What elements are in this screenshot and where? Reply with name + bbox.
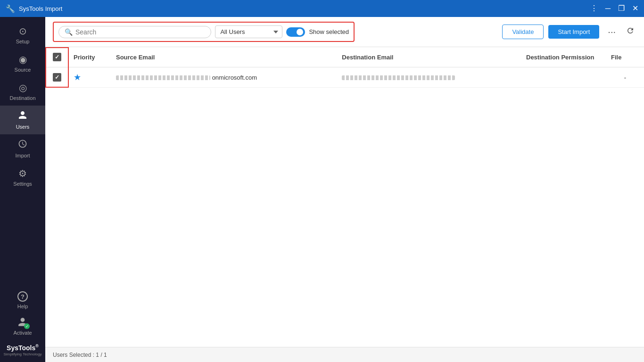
header-dest-permission: Destination Permission — [521, 47, 606, 67]
sidebar-label-source: Source — [15, 67, 31, 73]
search-input[interactable] — [75, 28, 205, 36]
sidebar-item-import[interactable]: Import — [0, 134, 45, 163]
row-file-cell: - — [606, 67, 644, 88]
dest-email-blurred — [342, 75, 455, 80]
refresh-button[interactable] — [624, 25, 636, 39]
sidebar-item-help[interactable]: ? Help — [0, 288, 45, 313]
source-email-domain: onmicrosoft.com — [212, 74, 257, 81]
title-bar-controls: ⋮ ─ ❐ ✕ — [590, 5, 638, 12]
activate-icon-wrap: ✓ — [17, 317, 28, 328]
import-icon — [18, 139, 27, 151]
priority-star-icon[interactable]: ★ — [74, 73, 81, 82]
toolbar: 🔍 All Users Selected Users Unselected Us… — [45, 17, 644, 47]
start-import-button[interactable]: Start Import — [548, 25, 599, 39]
header-dest-email: Destination Email — [337, 47, 521, 67]
setup-icon: ⊙ — [19, 25, 27, 37]
sidebar-label-activate: Activate — [13, 330, 32, 336]
show-selected-toggle-wrap: Show selected — [286, 27, 349, 37]
sidebar-label-settings: Settings — [13, 181, 32, 187]
search-icon: 🔍 — [65, 28, 73, 36]
header-file: File — [606, 47, 644, 67]
header-checkbox-wrap — [50, 53, 64, 61]
minimize-button[interactable]: ─ — [605, 5, 611, 12]
source-email-blurred — [116, 75, 210, 80]
sidebar-label-setup: Setup — [16, 39, 30, 44]
app-body: ⊙ Setup ◉ Source ◎ Destination Users Imp… — [0, 17, 644, 362]
title-bar-left: 🔧 SysTools Import — [6, 4, 62, 13]
table-header: Priority Source Email Destination Email … — [45, 47, 644, 67]
users-icon — [18, 110, 27, 122]
brand-logo: SysTools® Simplifying Technology — [3, 339, 41, 358]
show-selected-toggle[interactable] — [286, 27, 305, 37]
validate-button[interactable]: Validate — [502, 25, 544, 39]
sidebar-label-import: Import — [15, 153, 30, 158]
app-title: SysTools Import — [19, 5, 62, 12]
toolbar-search-section: 🔍 All Users Selected Users Unselected Us… — [53, 22, 355, 42]
brand-tagline: Simplifying Technology — [3, 352, 41, 356]
row-dest-permission-cell — [521, 67, 606, 88]
close-button[interactable]: ✕ — [632, 5, 638, 12]
table-body: ★ onmicrosoft.com - — [45, 67, 644, 88]
table-row: ★ onmicrosoft.com - — [45, 67, 644, 88]
main-content: 🔍 All Users Selected Users Unselected Us… — [45, 17, 644, 362]
sidebar-item-users[interactable]: Users — [0, 106, 45, 134]
source-icon: ◉ — [19, 54, 27, 65]
menu-button[interactable]: ⋮ — [590, 5, 598, 12]
table-container: Priority Source Email Destination Email … — [45, 47, 644, 88]
table-area: Priority Source Email Destination Email … — [45, 47, 644, 347]
sidebar-label-users: Users — [16, 124, 30, 130]
sidebar-item-setup[interactable]: ⊙ Setup — [0, 21, 45, 49]
sidebar-label-help: Help — [17, 304, 28, 309]
sidebar-item-source[interactable]: ◉ Source — [0, 49, 45, 77]
row-checkbox-wrap — [50, 73, 64, 82]
row-priority-cell: ★ — [69, 67, 111, 88]
sidebar-item-settings[interactable]: ⚙ Settings — [0, 163, 45, 191]
show-selected-label: Show selected — [309, 28, 349, 35]
row-dest-email-cell — [337, 67, 521, 88]
sidebar: ⊙ Setup ◉ Source ◎ Destination Users Imp… — [0, 17, 45, 362]
select-all-checkbox[interactable] — [53, 53, 61, 61]
header-checkbox-col — [45, 47, 69, 67]
filter-select[interactable]: All Users Selected Users Unselected User… — [215, 25, 282, 38]
toggle-slider — [286, 27, 305, 37]
users-selected-status: Users Selected : 1 / 1 — [53, 352, 107, 358]
status-bar: Users Selected : 1 / 1 — [45, 347, 644, 362]
row-checkbox-cell — [45, 67, 69, 88]
sidebar-label-destination: Destination — [9, 95, 35, 101]
user-table: Priority Source Email Destination Email … — [45, 47, 644, 88]
header-source-email: Source Email — [111, 47, 337, 67]
maximize-button[interactable]: ❐ — [618, 5, 625, 12]
help-icon: ? — [17, 291, 28, 302]
title-bar: 🔧 SysTools Import ⋮ ─ ❐ ✕ — [0, 0, 644, 17]
sidebar-item-activate[interactable]: ✓ Activate — [0, 313, 45, 339]
more-options-button[interactable]: ··· — [604, 25, 619, 39]
activate-check-icon: ✓ — [24, 323, 30, 329]
row-source-email-cell: onmicrosoft.com — [111, 67, 337, 88]
app-icon: 🔧 — [6, 4, 15, 13]
settings-icon: ⚙ — [18, 168, 27, 179]
sidebar-item-destination[interactable]: ◎ Destination — [0, 77, 45, 106]
destination-icon: ◎ — [19, 82, 27, 93]
header-row: Priority Source Email Destination Email … — [45, 47, 644, 67]
search-input-wrap: 🔍 — [58, 26, 211, 38]
brand-name: SysTools® — [3, 344, 41, 351]
row-checkbox[interactable] — [53, 73, 61, 82]
header-priority: Priority — [69, 47, 111, 67]
sidebar-bottom: ? Help ✓ Activate SysTools® Simplifying … — [0, 288, 45, 362]
toolbar-actions: Validate Start Import ··· — [502, 25, 636, 39]
